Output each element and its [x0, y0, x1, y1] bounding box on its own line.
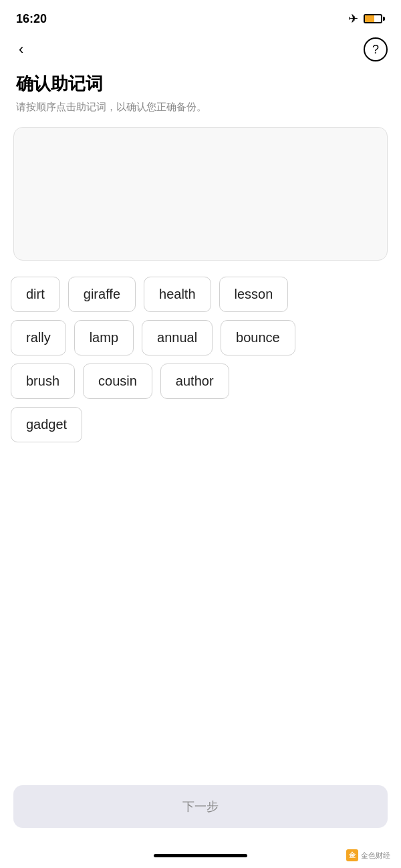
status-icons: ✈ [348, 11, 385, 26]
word-chip-annual[interactable]: annual [142, 320, 213, 355]
help-button[interactable]: ? [364, 37, 388, 61]
watermark: 金 金色财经 [346, 849, 390, 861]
airplane-icon: ✈ [348, 11, 358, 26]
words-container: dirt giraffe health lesson rally lamp an… [0, 277, 401, 442]
back-button[interactable]: ‹ [13, 38, 29, 61]
nav-bar: ‹ ? [0, 35, 401, 69]
word-chip-author[interactable]: author [160, 364, 229, 399]
watermark-logo: 金 [346, 849, 358, 861]
word-chip-rally[interactable]: rally [11, 320, 66, 355]
watermark-text: 金色财经 [361, 851, 390, 861]
words-row-3: brush cousin author [11, 364, 390, 399]
word-chip-giraffe[interactable]: giraffe [68, 277, 136, 312]
word-chip-dirt[interactable]: dirt [11, 277, 60, 312]
status-bar: 16:20 ✈ [0, 0, 401, 35]
page-header: 确认助记词 请按顺序点击助记词，以确认您正确备份。 [0, 69, 401, 127]
word-chip-gadget[interactable]: gadget [11, 407, 82, 442]
word-chip-cousin[interactable]: cousin [83, 364, 152, 399]
words-row-4: gadget [11, 407, 390, 442]
page-subtitle: 请按顺序点击助记词，以确认您正确备份。 [16, 100, 385, 114]
word-chip-lamp[interactable]: lamp [74, 320, 134, 355]
next-button[interactable]: 下一步 [13, 785, 388, 828]
word-chip-health[interactable]: health [144, 277, 211, 312]
status-time: 16:20 [16, 12, 47, 26]
bottom-area: 下一步 [13, 785, 388, 828]
home-indicator [154, 854, 247, 857]
words-row-2: rally lamp annual bounce [11, 320, 390, 355]
battery-icon [364, 14, 385, 23]
word-chip-lesson[interactable]: lesson [219, 277, 289, 312]
word-chip-bounce[interactable]: bounce [221, 320, 295, 355]
words-row-1: dirt giraffe health lesson [11, 277, 390, 312]
page-title: 确认助记词 [16, 72, 385, 96]
selection-area [13, 127, 388, 261]
word-chip-brush[interactable]: brush [11, 364, 75, 399]
